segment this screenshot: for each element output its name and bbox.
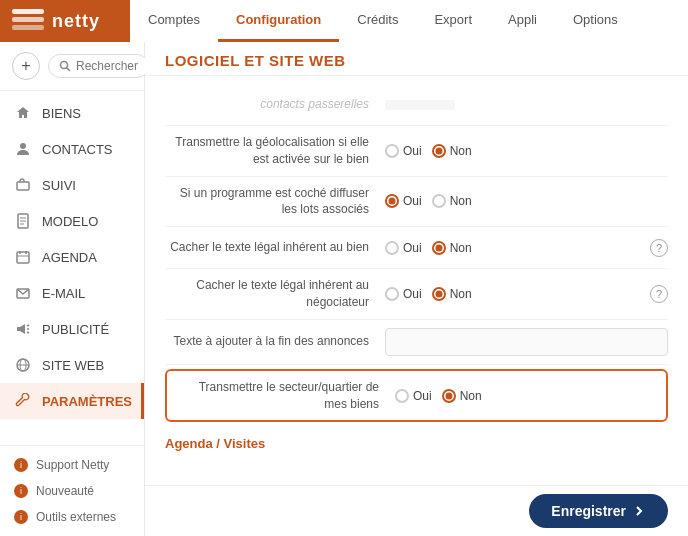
document-icon (14, 212, 32, 230)
save-button[interactable]: Enregistrer (529, 494, 668, 528)
radio-circle-oui-prog (385, 194, 399, 208)
radio-non-texte-neg[interactable]: Non (432, 287, 472, 301)
radio-circle-non-tb (432, 241, 446, 255)
sidebar-item-email[interactable]: E-MAIL (0, 275, 144, 311)
svg-rect-2 (12, 25, 44, 30)
sidebar-top-bar: + Rechercher (0, 42, 144, 91)
tab-credits[interactable]: Crédits (339, 0, 416, 42)
radio-oui-label-sec: Oui (413, 389, 432, 403)
sidebar-item-suivi[interactable]: SUIVI (0, 167, 144, 203)
sidebar-item-agenda[interactable]: AGENDA (0, 239, 144, 275)
sidebar-item-label: CONTACTS (42, 142, 113, 157)
sidebar-item-label: SUIVI (42, 178, 76, 193)
sidebar-support[interactable]: i Support Netty (0, 452, 144, 478)
main-layout: + Rechercher BIENS CONTACTS (0, 42, 688, 536)
setting-row-programme-lots: Si un programme est coché diffuser les l… (165, 177, 668, 228)
radio-label-non: Non (450, 144, 472, 158)
nouveaute-label: Nouveauté (36, 484, 94, 498)
tab-configuration[interactable]: Configuration (218, 0, 339, 42)
radio-circle-non (432, 144, 446, 158)
tab-export[interactable]: Export (416, 0, 490, 42)
radio-group-programme: Oui Non (385, 194, 472, 208)
radio-label-oui: Oui (403, 144, 422, 158)
radio-label-oui-prog: Oui (403, 194, 422, 208)
svg-rect-11 (17, 252, 29, 263)
add-button[interactable]: + (12, 52, 40, 80)
outils-label: Outils externes (36, 510, 116, 524)
radio-non-label-tn: Non (450, 287, 472, 301)
logo-area: netty (0, 0, 130, 42)
chevron-right-icon (632, 504, 646, 518)
radio-non-label-tb: Non (450, 241, 472, 255)
outils-dot-icon: i (14, 510, 28, 524)
sidebar-item-label: E-MAIL (42, 286, 85, 301)
main-header: LOGICIEL ET SITE WEB (145, 42, 688, 76)
radio-non-programme[interactable]: Non (432, 194, 472, 208)
nav-tabs: Comptes Configuration Crédits Export App… (130, 0, 688, 42)
svg-rect-1 (12, 17, 44, 22)
radio-non-geolocalisation[interactable]: Non (432, 144, 472, 158)
svg-line-17 (27, 325, 29, 326)
sidebar-nouveaute[interactable]: i Nouveauté (0, 478, 144, 504)
sidebar-item-label: MODELO (42, 214, 98, 229)
info-dot-icon: i (14, 458, 28, 472)
tab-options[interactable]: Options (555, 0, 636, 42)
radio-circle-oui-sec (395, 389, 409, 403)
search-icon (59, 60, 71, 72)
setting-control-texte-bien: Oui Non ? (385, 239, 668, 257)
sidebar-item-modelo[interactable]: MODELO (0, 203, 144, 239)
page-title: LOGICIEL ET SITE WEB (165, 52, 668, 69)
sidebar-item-label: PUBLICITÉ (42, 322, 109, 337)
search-label: Rechercher (76, 59, 138, 73)
sidebar-item-contacts[interactable]: CONTACTS (0, 131, 144, 167)
sidebar-bottom: i Support Netty i Nouveauté i Outils ext… (0, 445, 144, 536)
wrench-icon (14, 392, 32, 410)
megaphone-icon (14, 320, 32, 338)
setting-control-geolocalisation: Oui Non (385, 144, 668, 158)
settings-section: contacts passerelles Transmettre la géol… (165, 84, 668, 422)
sidebar-item-siteweb[interactable]: SITE WEB (0, 347, 144, 383)
setting-label-texte-bien: Cacher le texte légal inhérent au bien (165, 239, 385, 256)
radio-oui-texte-neg[interactable]: Oui (385, 287, 422, 301)
tab-comptes[interactable]: Comptes (130, 0, 218, 42)
email-icon (14, 284, 32, 302)
agenda-visites-link[interactable]: Agenda / Visites (165, 426, 668, 455)
setting-control-programme: Oui Non (385, 194, 668, 208)
svg-point-3 (61, 62, 68, 69)
nouveaute-dot-icon: i (14, 484, 28, 498)
search-button[interactable]: Rechercher (48, 54, 149, 78)
radio-oui-texte-bien[interactable]: Oui (385, 241, 422, 255)
help-icon-texte-bien[interactable]: ? (650, 239, 668, 257)
radio-oui-label-tn: Oui (403, 287, 422, 301)
sidebar-outils[interactable]: i Outils externes (0, 504, 144, 530)
globe-icon (14, 356, 32, 374)
radio-non-texte-bien[interactable]: Non (432, 241, 472, 255)
sidebar-item-parametres[interactable]: PARAMÈTRES ▶ (0, 383, 144, 419)
svg-marker-16 (17, 324, 25, 334)
help-icon-texte-neg[interactable]: ? (650, 285, 668, 303)
radio-non-secteur[interactable]: Non (442, 389, 482, 403)
sidebar-item-publicite[interactable]: PUBLICITÉ (0, 311, 144, 347)
top-navigation: netty Comptes Configuration Crédits Expo… (0, 0, 688, 42)
radio-oui-programme[interactable]: Oui (385, 194, 422, 208)
sidebar-item-biens[interactable]: BIENS (0, 95, 144, 131)
setting-row-texte-annonces: Texte à ajouter à la fin des annonces (165, 320, 668, 365)
svg-rect-0 (12, 9, 44, 14)
svg-line-4 (67, 68, 71, 72)
svg-line-19 (27, 332, 29, 333)
briefcase-icon (14, 176, 32, 194)
radio-group-secteur: Oui Non (395, 389, 482, 403)
texte-annonces-input[interactable] (385, 328, 668, 356)
radio-oui-geolocalisation[interactable]: Oui (385, 144, 422, 158)
radio-non-label-sec: Non (460, 389, 482, 403)
sidebar-item-label: AGENDA (42, 250, 97, 265)
radio-group-texte-bien: Oui Non (385, 241, 472, 255)
setting-row-geolocalisation: Transmettre la géolocalisation si elle e… (165, 126, 668, 177)
sidebar-item-label: PARAMÈTRES (42, 394, 132, 409)
sidebar-active-arrow: ▶ (142, 396, 144, 407)
radio-oui-secteur[interactable]: Oui (395, 389, 432, 403)
tab-appli[interactable]: Appli (490, 0, 555, 42)
radio-oui-label-tb: Oui (403, 241, 422, 255)
home-icon (14, 104, 32, 122)
settings-content: contacts passerelles Transmettre la géol… (145, 76, 688, 485)
